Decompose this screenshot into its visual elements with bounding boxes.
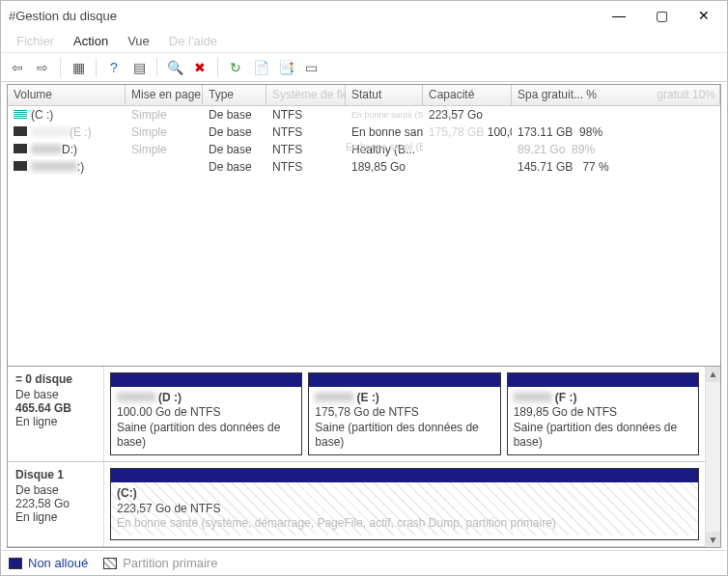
- partition-e[interactable]: XXXXX (E :) 175,78 Go de NTFS Saine (par…: [308, 372, 500, 455]
- volume-icon: [14, 144, 27, 153]
- menu-view[interactable]: Vue: [118, 31, 159, 51]
- th-type[interactable]: Type: [203, 85, 266, 105]
- th-layout[interactable]: Mise en page: [126, 85, 203, 105]
- disk-label: Disque 1 De base 223,58 Go En ligne: [8, 462, 104, 546]
- th-free[interactable]: Spa gratuit... % gratuit 10%: [512, 85, 720, 105]
- delete-icon[interactable]: ✖: [189, 57, 210, 78]
- disk-label: = 0 disque De base 465.64 GB En ligne: [8, 367, 104, 461]
- main-content: Volume Mise en page Type Système de fich…: [7, 84, 721, 548]
- table-row[interactable]: (C :) Simple De base NTFS En bonne santé…: [8, 106, 720, 123]
- scroll-down-icon[interactable]: ▼: [706, 532, 720, 547]
- disk-row-0: = 0 disque De base 465.64 GB En ligne XX…: [8, 367, 705, 462]
- th-volume[interactable]: Volume: [8, 85, 126, 105]
- partition-f[interactable]: XXXXX (F :) 189,85 Go de NTFS Saine (par…: [507, 372, 699, 455]
- menu-bar: Fichier Action Vue De l'aide: [1, 30, 727, 53]
- legend-primary: Partition primaire: [123, 556, 217, 570]
- title-bar: #Gestion du disque — ▢ ✕: [1, 1, 727, 30]
- minimize-button[interactable]: —: [598, 2, 640, 29]
- legend-unallocated: Non alloué: [28, 556, 88, 570]
- view-icon[interactable]: ▦: [68, 57, 89, 78]
- volume-icon: [14, 126, 27, 136]
- toolbar: ⇦ ⇨ ▦ ? ▤ 🔍 ✖ ↻ 📄 📑 ▭: [1, 53, 727, 82]
- menu-action[interactable]: Action: [64, 31, 118, 51]
- properties-icon[interactable]: ▭: [300, 57, 322, 78]
- th-filesystem[interactable]: Système de fichiers: [266, 85, 346, 105]
- th-capacity[interactable]: Capacité: [423, 85, 512, 105]
- disk-row-1: Disque 1 De base 223,58 Go En ligne (C:)…: [8, 462, 705, 547]
- search-icon[interactable]: 🔍: [164, 57, 185, 78]
- volume-icon: [14, 161, 27, 171]
- legend-unallocated-icon: [9, 558, 22, 569]
- maximize-button[interactable]: ▢: [640, 2, 683, 29]
- legend-primary-icon: [103, 558, 117, 569]
- help-icon[interactable]: ?: [103, 57, 125, 78]
- export-icon[interactable]: 📑: [275, 57, 296, 78]
- forward-icon[interactable]: ⇨: [32, 57, 53, 78]
- table-header: Volume Mise en page Type Système de fich…: [8, 85, 720, 106]
- legend: Non alloué Partition primaire: [1, 550, 727, 575]
- back-icon[interactable]: ⇦: [7, 57, 28, 78]
- partition-d[interactable]: XXXXX (D :) 100.00 Go de NTFS Saine (par…: [110, 372, 302, 455]
- menu-help[interactable]: De l'aide: [159, 31, 227, 51]
- scroll-up-icon[interactable]: ▲: [706, 367, 720, 382]
- scrollbar[interactable]: ▲ ▼: [705, 367, 720, 547]
- window-title: #Gestion du disque: [3, 9, 598, 23]
- volume-list: (C :) Simple De base NTFS En bonne santé…: [8, 106, 720, 366]
- partition-c[interactable]: (C:) 223,57 Go de NTFS En bonne santé (s…: [110, 468, 699, 540]
- table-row[interactable]: XXXXX(E :) Simple De base NTFS En bonne …: [8, 123, 720, 141]
- table-row[interactable]: XXXXD:) Simple De base NTFS Healthy (B..…: [8, 141, 720, 158]
- close-button[interactable]: ✕: [683, 2, 725, 29]
- refresh-icon[interactable]: ↻: [225, 57, 246, 78]
- volume-icon: [14, 109, 27, 119]
- list-icon[interactable]: ▤: [128, 57, 150, 78]
- new-icon[interactable]: 📄: [250, 57, 271, 78]
- table-row[interactable]: XXXXXX:) De base NTFS 189,85 Go 145.71 G…: [8, 158, 720, 176]
- th-status[interactable]: Statut: [346, 85, 423, 105]
- menu-file[interactable]: Fichier: [7, 31, 64, 51]
- disk-graph-area: = 0 disque De base 465.64 GB En ligne XX…: [8, 366, 720, 547]
